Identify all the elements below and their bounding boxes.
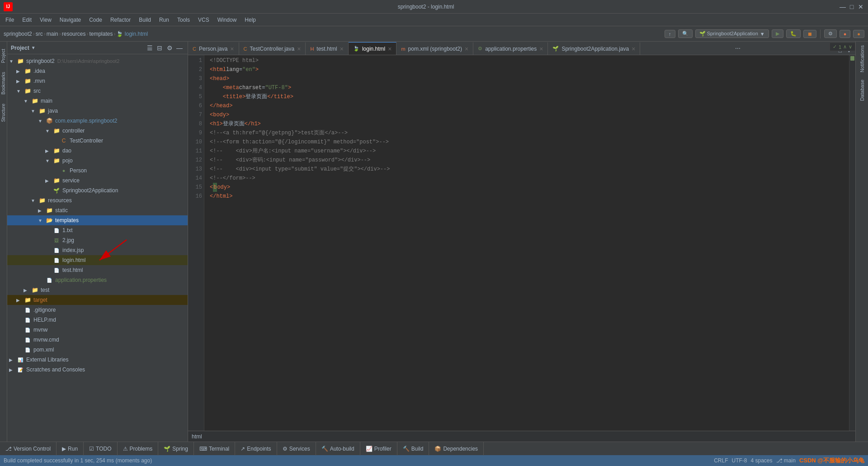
- menu-view[interactable]: View: [36, 15, 55, 24]
- notifications-panel[interactable]: Notifications: [859, 43, 866, 74]
- tree-item-templates[interactable]: ▼ 📂 templates: [7, 215, 188, 225]
- tab-springboot2app[interactable]: 🌱 Springboot2Application.java ×: [548, 42, 640, 55]
- bottom-tab-terminal[interactable]: ⌨ Terminal: [194, 442, 235, 456]
- tree-item-java[interactable]: ▼ 📁 java: [7, 106, 188, 116]
- tree-item-scratches[interactable]: ▶ 📝 Scratches and Consoles: [7, 365, 188, 375]
- tree-item-1txt[interactable]: ▶ 📄 1.txt: [7, 225, 188, 235]
- bottom-tab-dependencies[interactable]: 📦 Dependencies: [429, 442, 484, 456]
- debug-button[interactable]: 🐛: [786, 29, 801, 38]
- stop-button[interactable]: ⏹: [803, 30, 816, 38]
- breadcrumb-part-1[interactable]: src: [36, 31, 43, 37]
- tab-close-loginhtml[interactable]: ×: [388, 45, 392, 52]
- tab-personjava[interactable]: C Person.java ×: [188, 42, 239, 55]
- menu-build[interactable]: Build: [135, 15, 155, 24]
- tree-item-loginhtml[interactable]: ▶ 📄 login.html: [7, 255, 188, 265]
- search-button[interactable]: 🔍: [678, 29, 693, 38]
- tree-item-gitignore[interactable]: ▶ 📄 .gitignore: [7, 305, 188, 315]
- tab-close-testcontroller[interactable]: ×: [297, 45, 301, 52]
- menu-refactor[interactable]: Refactor: [107, 15, 134, 24]
- indent-indicator[interactable]: 4 spaces: [751, 457, 773, 464]
- tab-close-testhtml[interactable]: ×: [340, 45, 344, 52]
- tab-close-springboot2app[interactable]: ×: [632, 45, 635, 52]
- tab-close-pomxml[interactable]: ×: [465, 45, 468, 52]
- menu-edit[interactable]: Edit: [19, 15, 35, 24]
- app-selector[interactable]: 🌱 Springboot2Application ▼: [695, 29, 769, 38]
- tree-item-mvn[interactable]: ▶ 📁 .mvn: [7, 76, 188, 86]
- tree-item-controller[interactable]: ▼ 📁 controller: [7, 126, 188, 136]
- close-button[interactable]: ✕: [857, 3, 864, 10]
- tree-item-static[interactable]: ▶ 📁 static: [7, 205, 188, 215]
- menu-file[interactable]: File: [2, 15, 18, 24]
- menu-run[interactable]: Run: [156, 15, 173, 24]
- tree-item-testhtml[interactable]: ▶ 📄 test.html: [7, 265, 188, 275]
- tree-item-idea[interactable]: ▶ 📁 .idea: [7, 66, 188, 76]
- run-button[interactable]: ▶: [772, 29, 783, 38]
- settings-button[interactable]: ⚙: [824, 29, 837, 38]
- tree-item-mvnwcmd[interactable]: ▶ 📄 mvnw.cmd: [7, 335, 188, 345]
- minimize-button[interactable]: —: [839, 3, 846, 10]
- menu-window[interactable]: Window: [214, 15, 241, 24]
- bottom-tab-run[interactable]: ▶ Run: [57, 442, 84, 456]
- chrome-icon[interactable]: ●: [840, 30, 851, 38]
- crlf-indicator[interactable]: CRLF: [714, 457, 728, 464]
- tree-item-testcontroller[interactable]: ▶ C TestController: [7, 136, 188, 146]
- tree-item-helpmd[interactable]: ▶ 📄 HELP.md: [7, 315, 188, 325]
- tab-loginhtml[interactable]: 🍃 login.html ×: [349, 42, 397, 55]
- project-hide-button[interactable]: —: [175, 43, 184, 52]
- tree-item-pojo[interactable]: ▼ 📁 pojo: [7, 156, 188, 166]
- bottom-tab-version-control[interactable]: ⎇ Version Control: [0, 442, 57, 456]
- tree-item-mvnw[interactable]: ▶ 📄 mvnw: [7, 325, 188, 335]
- project-layout-button[interactable]: ☰: [145, 43, 154, 52]
- tab-pomxml[interactable]: m pom.xml (springboot2) ×: [396, 42, 473, 55]
- tree-item-springboot2app[interactable]: ▶ 🌱 Springboot2Application: [7, 185, 188, 195]
- tree-item-test[interactable]: ▶ 📁 test: [7, 285, 188, 295]
- breadcrumb-part-4[interactable]: templates: [89, 31, 113, 37]
- sidebar-structure-label[interactable]: Structure: [0, 100, 6, 126]
- menu-tools[interactable]: Tools: [174, 15, 193, 24]
- menu-navigate[interactable]: Navigate: [56, 15, 85, 24]
- breadcrumb-part-0[interactable]: springboot2: [4, 31, 32, 37]
- tree-item-src[interactable]: ▼ 📁 src: [7, 86, 188, 96]
- menu-code[interactable]: Code: [85, 15, 106, 24]
- sidebar-bookmarks-label[interactable]: Bookmarks: [0, 68, 6, 98]
- firefox-icon[interactable]: ●: [853, 30, 864, 38]
- tree-item-main[interactable]: ▼ 📁 main: [7, 96, 188, 106]
- tree-item-indexjsp[interactable]: ▶ 📄 index.jsp: [7, 245, 188, 255]
- tree-item-extlibs[interactable]: ▶ 📊 External Libraries: [7, 355, 188, 365]
- bottom-tab-services[interactable]: ⚙ Services: [277, 442, 316, 456]
- tab-testcontroller[interactable]: C TestController.java ×: [239, 42, 306, 55]
- sidebar-project-label[interactable]: Project: [0, 45, 6, 67]
- tree-item-dao[interactable]: ▶ 📁 dao: [7, 146, 188, 156]
- git-branch[interactable]: ⎇ main: [776, 457, 796, 464]
- breadcrumb-part-3[interactable]: resources: [62, 31, 86, 37]
- tree-item-service[interactable]: ▶ 📁 service: [7, 176, 188, 185]
- bottom-tab-endpoints[interactable]: ↗ Endpoints: [235, 442, 277, 456]
- tree-item-2jpg[interactable]: ▶ 🖼 2.jpg: [7, 235, 188, 245]
- bottom-tab-profiler[interactable]: 📈 Profiler: [360, 442, 397, 456]
- tree-item-springboot2[interactable]: ▼ 📁 springboot2 D:\Users\Admin\springboo…: [7, 56, 188, 66]
- tab-close-personjava[interactable]: ×: [230, 45, 234, 52]
- project-settings-button[interactable]: ⚙: [165, 43, 174, 52]
- menu-help[interactable]: Help: [241, 15, 259, 24]
- tree-item-person[interactable]: ▶ ● Person: [7, 166, 188, 176]
- project-dropdown-arrow[interactable]: ▼: [31, 45, 36, 50]
- tree-item-package[interactable]: ▼ 📦 com.example.springboot2: [7, 116, 188, 126]
- menu-vcs[interactable]: VCS: [194, 15, 213, 24]
- tab-testhtml[interactable]: H test.html ×: [306, 42, 349, 55]
- bottom-tab-problems[interactable]: ⚠ Problems: [118, 442, 159, 456]
- code-editor[interactable]: <!DOCTYPE html> <html lang="en"> <head> …: [204, 55, 849, 431]
- gutter-mark-success[interactable]: [850, 56, 854, 61]
- tabs-overflow[interactable]: ⋯: [731, 42, 744, 55]
- tab-appprops[interactable]: ⚙ application.properties ×: [473, 42, 548, 55]
- breadcrumb-part-2[interactable]: main: [47, 31, 58, 37]
- encoding-indicator[interactable]: UTF-8: [732, 457, 747, 464]
- tab-close-appprops[interactable]: ×: [539, 45, 543, 52]
- breadcrumb-part-5[interactable]: 🍃 login.html: [116, 31, 148, 37]
- vcs-update-button[interactable]: ↑: [665, 30, 675, 38]
- inspection-widget[interactable]: ✓ 1 ∧ ∨: [830, 43, 855, 51]
- tree-item-pomxml[interactable]: ▶ 📄 pom.xml: [7, 345, 188, 355]
- tree-item-resources[interactable]: ▼ 📁 resources: [7, 195, 188, 205]
- bottom-tab-auto-build[interactable]: 🔨 Auto-build: [316, 442, 360, 456]
- tree-item-target[interactable]: ▶ 📁 target: [7, 295, 188, 305]
- bottom-tab-build[interactable]: 🔨 Build: [397, 442, 429, 456]
